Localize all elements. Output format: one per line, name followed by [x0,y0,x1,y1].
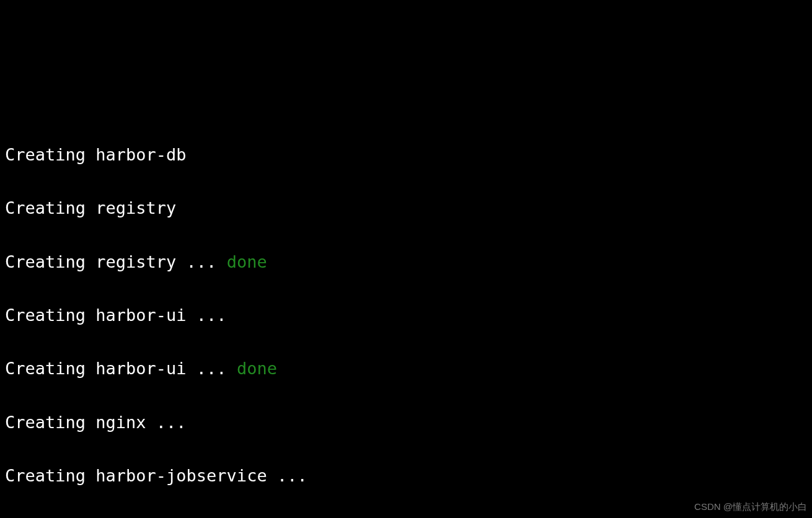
output-line: Creating harbor-ui ... [5,302,807,328]
terminal-output[interactable]: Creating harbor-db Creating registry Cre… [5,115,807,518]
watermark: CSDN @懂点计算机的小白 [694,499,807,514]
output-line: Creating harbor-jobservice ... [5,462,807,489]
output-line: Creating registry ... done [5,248,807,275]
status-done: done [227,252,267,271]
output-line: Creating registry [5,195,807,221]
status-done: done [237,359,277,378]
output-line: Creating harbor-db [5,141,807,168]
output-line: Creating nginx [5,516,807,518]
output-line: Creating harbor-ui ... done [5,355,807,382]
output-line: Creating nginx ... [5,409,807,436]
